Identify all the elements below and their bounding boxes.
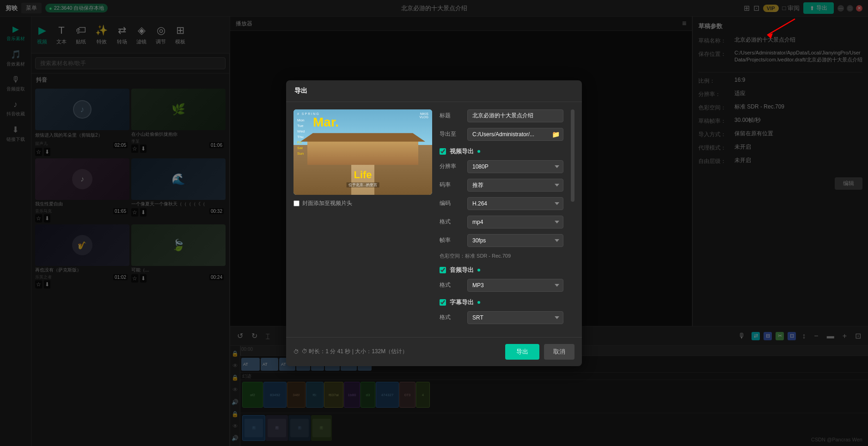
audio-export-section-header: 音频导出 [440, 266, 563, 274]
video-export-section-header: 视频导出 [440, 147, 563, 156]
scrollbar-thumb[interactable] [571, 109, 575, 202]
subtitle-section-dot [477, 301, 480, 304]
codec-row: 编码 H.264 [440, 197, 563, 210]
cancel-button[interactable]: 取消 [544, 344, 575, 360]
setting-export-to-row: 导出至 📁 [440, 128, 563, 141]
format-row: 格式 mp4 [440, 216, 563, 229]
fps-select[interactable]: 30fps [467, 234, 563, 247]
resolution-label: 分辨率 [440, 163, 463, 170]
setting-title-label: 标题 [440, 112, 463, 120]
audio-export-label: 音频导出 [450, 266, 474, 274]
footer-duration-info: ⏱ ⏱ 时长：1 分 41 秒 | 大小：132M（估计） [293, 348, 408, 356]
subtitle-export-label: 字幕导出 [450, 298, 474, 307]
bitrate-select[interactable]: 推荐 [467, 179, 563, 192]
export-button[interactable]: 导出 [505, 344, 539, 360]
audio-format-row: 格式 MP3 [440, 279, 563, 292]
preview-calendar-text: MonTueWedThuFriSatSun [297, 118, 305, 157]
format-label: 格式 [440, 218, 463, 226]
format-select[interactable]: mp4 [467, 216, 563, 229]
modal-overlay[interactable]: 导出 [0, 0, 868, 446]
preview-life-text: Life [354, 169, 372, 181]
fps-label: 帧率 [440, 236, 463, 244]
cover-checkbox[interactable] [293, 200, 300, 206]
cover-option-label: 封面添加至视频片头 [302, 199, 352, 207]
preview-beijing-caption: 位于北京...的皇宫 [347, 181, 379, 187]
footer-actions: 导出 取消 [505, 344, 575, 360]
subtitle-export-checkbox[interactable] [440, 299, 446, 306]
resolution-row: 分辨率 1080P [440, 160, 563, 173]
footer-info-text: ⏱ 时长：1 分 41 秒 | 大小：132M（估计） [302, 348, 408, 356]
modal-preview: # SPRING NIKIS VLOG MonTueWedThuFriSatSu… [293, 109, 432, 330]
codec-label: 编码 [440, 199, 463, 207]
clock-icon: ⏱ [293, 349, 299, 355]
audio-format-label: 格式 [440, 281, 463, 289]
resolution-select[interactable]: 1080P [467, 160, 563, 173]
video-export-label: 视频导出 [450, 147, 474, 156]
cover-option-row: 封面添加至视频片头 [293, 199, 432, 207]
preview-thumbnail: # SPRING NIKIS VLOG MonTueWedThuFriSatSu… [293, 109, 432, 195]
modal-settings: 标题 导出至 📁 视频导出 分辨 [440, 109, 563, 330]
codec-select[interactable]: H.264 [467, 197, 563, 210]
modal-header: 导出 [286, 80, 582, 102]
audio-export-checkbox[interactable] [440, 267, 446, 273]
export-modal: 导出 [286, 80, 582, 366]
audio-section-dot [477, 269, 480, 271]
bitrate-row: 码率 推荐 [440, 179, 563, 192]
modal-scrollbar[interactable] [571, 109, 575, 330]
audio-format-select[interactable]: MP3 [467, 279, 563, 292]
modal-body: # SPRING NIKIS VLOG MonTueWedThuFriSatSu… [286, 102, 582, 337]
modal-title: 导出 [294, 87, 307, 95]
bitrate-label: 码率 [440, 181, 463, 189]
subtitle-format-row: 格式 SRT [440, 311, 563, 324]
preview-mar-text: Mar. [313, 116, 339, 129]
export-path-input[interactable] [467, 128, 563, 141]
video-section-dot [477, 150, 480, 153]
subtitle-format-label: 格式 [440, 313, 463, 321]
preview-nikis-text: NIKIS VLOG [420, 112, 428, 119]
setting-export-to-label: 导出至 [440, 130, 463, 138]
modal-footer: ⏱ ⏱ 时长：1 分 41 秒 | 大小：132M（估计） 导出 取消 [286, 337, 582, 366]
video-export-checkbox[interactable] [440, 148, 446, 155]
subtitle-export-section-header: 字幕导出 [440, 298, 563, 307]
export-path-container: 📁 [467, 128, 563, 141]
fps-row: 帧率 30fps [440, 234, 563, 247]
color-space-info: 色彩空间：标准 SDR - Rec.709 [440, 253, 563, 259]
setting-title-row: 标题 [440, 109, 563, 122]
subtitle-format-select[interactable]: SRT [467, 311, 563, 324]
title-input[interactable] [467, 109, 563, 122]
folder-icon[interactable]: 📁 [552, 131, 560, 138]
